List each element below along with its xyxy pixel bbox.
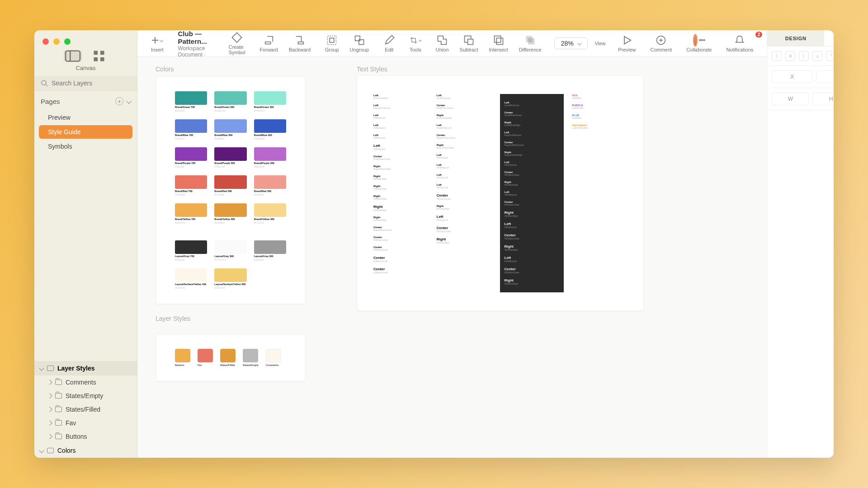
text-style-item[interactable]: CenterSmall/White/Center [505, 111, 560, 117]
text-style-item[interactable]: RightH4/Base/Right [373, 185, 429, 190]
color-swatch[interactable]: Brand/Purple 300#B858CB [254, 147, 286, 168]
text-style-item[interactable]: CenterH4/Base/Center [373, 246, 429, 251]
text-style-item[interactable]: LeftH5/White/Left [505, 161, 560, 166]
text-style-item[interactable]: RightRegular/Gray/Right [437, 144, 492, 149]
text-style-item[interactable]: LeftH4/White/Left [437, 164, 492, 169]
layerstyles-artboard-canvas[interactable]: ButtonsFavStates/FilledStates/EmptyComme… [156, 334, 306, 381]
text-style-item[interactable]: RightRegular/Base/Right [373, 165, 429, 170]
text-style-item[interactable]: CenterH2/White/Center [505, 267, 560, 274]
text-style-item[interactable]: CenterRegular/White/Center [505, 141, 560, 146]
text-style-item[interactable]: CenterSmall/Base/Center [373, 155, 429, 160]
color-swatch[interactable]: Brand/Green 300#7FEDD1 [254, 91, 286, 112]
forward-button[interactable]: Forward [254, 34, 283, 52]
color-swatch[interactable]: Layout/Surface/Yellow 100#FEF8F0 [175, 268, 207, 289]
text-style-item[interactable]: CenterH3/Base/Center [373, 256, 429, 263]
text-style-item[interactable]: LeftSmall/Small/Left [373, 94, 429, 99]
text-style-item[interactable]: LeftH4/Base/Left [373, 124, 429, 129]
notifications-button[interactable]: 2Notifications [721, 34, 759, 52]
text-style-item[interactable]: RightH4/White/Right [505, 211, 560, 217]
layer-folder[interactable]: States/Empty [34, 389, 137, 403]
tab-prototype[interactable]: PROTOTYPE [824, 30, 834, 46]
colors-artboard[interactable]: Colors [34, 443, 137, 458]
color-swatch[interactable]: Brand/Yellow 300#F7D275 [254, 203, 286, 224]
text-style-item[interactable]: RightH4/Gray/Right [437, 205, 492, 210]
text-style-item[interactable]: RightH3/Gray/Right [437, 237, 492, 244]
color-swatch[interactable]: Brand/Blue 500#6688EC [214, 119, 246, 140]
backward-button[interactable]: Backward [283, 34, 316, 52]
align-middle-icon[interactable]: ㆐ [826, 51, 834, 61]
maximize-window-button[interactable] [64, 38, 71, 45]
y-field[interactable]: Y [816, 70, 834, 83]
close-window-button[interactable] [42, 38, 49, 45]
color-swatch[interactable]: Layout/Gray 700#303030 [175, 240, 207, 261]
text-style-item[interactable]: PURPLELabel/Purple [572, 104, 627, 109]
canvas[interactable]: Colors Brand/Green 700#0F8A86Brand/Green… [137, 56, 767, 458]
text-style-item[interactable]: LeftH5/Gray/Left [437, 154, 492, 159]
union-button[interactable]: Union [430, 34, 454, 52]
subtract-button[interactable]: Subtract [454, 34, 484, 52]
insert-tool[interactable]: Insert [146, 34, 169, 52]
layer-folder[interactable]: States/Filled [34, 403, 137, 416]
text-style-item[interactable]: CenterH2/Base/Center [373, 267, 429, 274]
text-style-item[interactable]: CenterH4/Gray/Center [437, 193, 492, 200]
text-style-item[interactable]: RightH2/Base/Right [373, 205, 429, 211]
text-style-item[interactable]: RightSmall/White/Right [505, 121, 560, 127]
edit-button[interactable]: Edit [378, 34, 401, 52]
align-right-icon[interactable]: ⟯ [799, 51, 809, 61]
text-style-item[interactable]: LeftH2/Base/Left [373, 144, 429, 150]
text-style-item[interactable]: CenterH4/White/Center [505, 201, 560, 206]
text-style-item[interactable]: CenterH3/White/Center [505, 233, 560, 240]
text-style-item[interactable]: CenterSmall/Gray/Center [437, 104, 492, 109]
ungroup-button[interactable]: Ungroup [344, 34, 374, 52]
color-swatch[interactable]: Brand/Red 500#C14646 [214, 175, 246, 196]
text-style-item[interactable]: RightSmall/Gray/Right [437, 114, 492, 119]
layer-style-swatch[interactable]: Comments [266, 349, 281, 366]
color-swatch[interactable]: Brand/Blue 300#2B4BBB [254, 119, 286, 140]
intersect-button[interactable]: Intersect [484, 34, 514, 52]
text-style-item[interactable]: CenterH3/Gray/Center [437, 226, 492, 233]
comment-button[interactable]: Comment [645, 34, 677, 52]
text-style-item[interactable]: CenterRegular/Base/Center [373, 226, 429, 231]
minimize-window-button[interactable] [53, 38, 60, 45]
text-style-item[interactable]: CenterH5/Base/Center [373, 236, 429, 241]
color-swatch[interactable]: Brand/Purple 500#4B0C58 [214, 147, 246, 168]
color-swatch[interactable]: Brand/Yellow 700#E99F33 [175, 203, 207, 224]
color-swatch[interactable]: Layout/Gray 300#969696 [254, 240, 286, 261]
group-button[interactable]: Group [320, 34, 344, 52]
text-style-item[interactable]: LeftH4/Gray/Left [437, 174, 492, 179]
h-field[interactable]: H [812, 93, 834, 105]
text-style-item[interactable]: REDLabel/Red [572, 94, 627, 99]
color-swatch[interactable]: Brand/Green 700#0F8A86 [175, 91, 207, 112]
text-style-item[interactable]: HighlightedLabel/Yellow/Bold [572, 124, 627, 129]
tools-button[interactable]: Tools [404, 34, 427, 52]
color-swatch[interactable]: Brand/Yellow 500#D38B1F [214, 203, 246, 224]
colors-artboard-canvas[interactable]: Brand/Green 700#0F8A86Brand/Green 500#4D… [156, 76, 306, 304]
difference-button[interactable]: Difference [514, 34, 547, 52]
page-item[interactable]: Preview [39, 111, 132, 124]
text-style-item[interactable]: LeftH3/Base/Left [373, 134, 429, 139]
text-style-item[interactable]: LeftH3/Gray/Left [437, 215, 492, 221]
textstyles-artboard-canvas[interactable]: LeftSmall/Small/LeftLeftRegular/Small/Le… [357, 75, 644, 311]
color-swatch[interactable]: Brand/Red 300#F39191 [254, 175, 286, 196]
text-style-item[interactable]: LeftSmall/Gray/Left [437, 94, 492, 99]
text-style-item[interactable]: RightH5/Base/Right [373, 175, 429, 180]
text-style-item[interactable]: RightH2/White/Right [505, 278, 560, 285]
text-style-item[interactable]: BLUELabel/Blue [572, 114, 627, 119]
text-style-item[interactable]: RightH5/White/Right [505, 181, 560, 186]
w-field[interactable]: W [772, 93, 809, 105]
color-swatch[interactable]: Brand/Purple 700#78128F [175, 147, 207, 168]
text-style-item[interactable]: RightH3/Base/Right [373, 195, 429, 200]
text-style-item[interactable]: CenterRegular/Gray/Center [437, 134, 492, 139]
color-swatch[interactable]: Layout/Surface/Yellow 300#F6D07B [214, 268, 246, 289]
text-style-item[interactable]: LeftH3/White/Left [505, 222, 560, 229]
page-item[interactable]: Symbols [39, 140, 132, 153]
create-symbol-button[interactable]: Create Symbol [223, 32, 251, 55]
tab-design[interactable]: DESIGN [767, 30, 824, 46]
text-style-item[interactable]: RightRegular/White/Right [505, 151, 560, 156]
text-style-item[interactable]: RightH3/White/Right [505, 244, 560, 251]
align-left-icon[interactable]: ⟮ [772, 51, 782, 61]
preview-button[interactable]: Preview [613, 34, 641, 52]
layer-style-swatch[interactable]: States/Empty [243, 349, 259, 366]
text-style-item[interactable]: LeftH3/Gray/Left [437, 183, 492, 189]
align-center-h-icon[interactable]: ≡ [785, 51, 795, 61]
